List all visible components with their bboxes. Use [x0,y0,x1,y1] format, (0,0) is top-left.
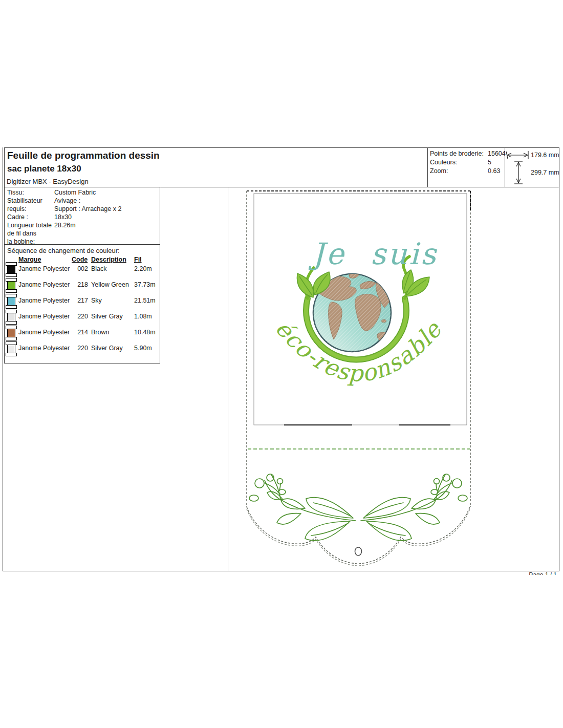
page-number: Page 1 / 1 [486,571,558,575]
footer: Page 1 / 1 [486,571,558,575]
design-text-je-suis: Je suis [308,237,438,271]
embroidery-design-preview: Je suis éco-responsable [0,0,563,728]
decorative-branch [249,474,356,541]
decorative-branch-mirrored [361,474,467,541]
buttonhole [355,547,362,555]
programming-sheet-page: Feuille de programmation dessin sac plan… [0,0,563,728]
